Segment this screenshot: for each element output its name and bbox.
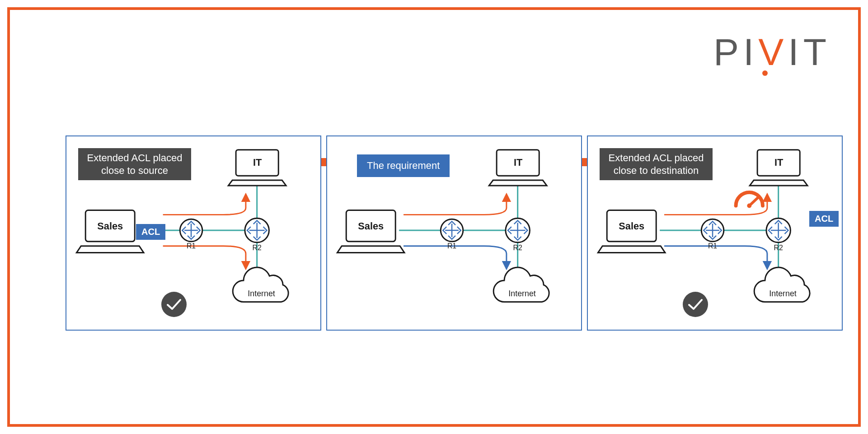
router-r2-icon: R2 [245,218,269,251]
internet-cloud-icon: Internet [493,267,549,302]
panel-b-diagram: Sales IT R1 [327,136,581,330]
logo-letter-v: V [758,31,788,73]
check-icon [683,292,708,317]
r1-label: R1 [187,242,196,250]
internet-label: Internet [769,289,797,298]
it-laptop-icon: IT [750,150,807,186]
router-r1-icon: R1 [701,219,724,249]
sales-laptop-icon: Sales [598,210,665,252]
it-label: IT [253,157,262,168]
speedometer-icon [736,192,763,208]
acl-tag: ACL [809,211,839,227]
sales-laptop-icon: Sales [337,210,404,252]
internet-cloud-icon: Internet [754,267,810,302]
sales-label: Sales [619,220,644,232]
r1-label: R1 [447,242,456,250]
check-icon [161,292,187,317]
router-r1-icon: R1 [441,219,463,249]
logo-dot-icon [762,70,768,76]
r2-label: R2 [774,244,783,252]
logo-letter-i2: I [788,31,803,73]
it-label: IT [774,157,784,168]
r1-label: R1 [708,242,717,250]
logo-letter-i: I [743,31,758,73]
panel-a-diagram: Sales IT R1 [66,136,320,330]
svg-point-23 [747,204,751,208]
r2-label: R2 [513,244,522,252]
it-laptop-icon: IT [489,150,547,186]
panel-destination-acl: Extended ACL placed close to destination [587,135,843,331]
internet-label: Internet [508,289,536,298]
outer-frame: PIVIT Extended ACL placed close to sourc… [7,7,861,427]
logo-letter-p: P [713,31,743,73]
panel-source-acl: Extended ACL placed close to source Sale… [66,135,321,331]
sales-label: Sales [358,220,384,232]
sales-label: Sales [97,220,123,232]
router-r1-icon: R1 [180,219,202,249]
internet-cloud-icon: Internet [233,267,288,302]
panel-requirement: The requirement Sales [326,135,582,331]
panel-c-diagram: Sales IT R1 [588,136,842,330]
sales-laptop-icon: Sales [76,210,144,252]
logo-letter-t: T [803,31,831,73]
it-label: IT [514,157,523,168]
acl-tag: ACL [136,224,165,240]
brand-logo: PIVIT [713,30,831,74]
internet-label: Internet [248,289,275,298]
router-r2-icon: R2 [506,218,530,251]
router-r2-icon: R2 [766,218,791,251]
r2-label: R2 [253,244,262,252]
it-laptop-icon: IT [228,150,286,186]
